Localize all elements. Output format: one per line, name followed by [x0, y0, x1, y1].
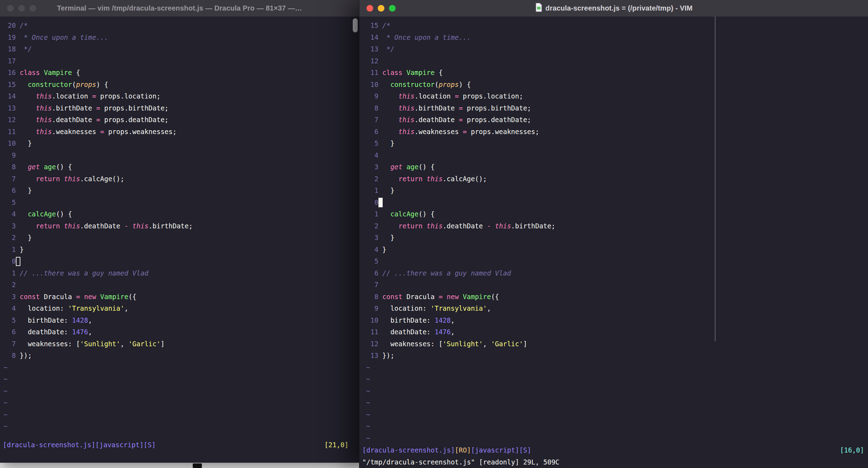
zoom-button[interactable]: [389, 5, 396, 12]
line-number: 8: [4, 161, 16, 173]
cursor-position: [21,0]: [324, 439, 356, 451]
code-line[interactable]: 6 this.weaknesses = props.weaknesses;: [366, 126, 868, 138]
code-line[interactable]: 0: [366, 197, 868, 209]
code-line[interactable]: 5: [366, 255, 868, 267]
code-line[interactable]: 15 constructor(props) {: [4, 79, 359, 91]
code-line[interactable]: 6 }: [4, 185, 359, 197]
code-line[interactable]: 10 }: [4, 138, 359, 150]
minimize-button[interactable]: [18, 5, 25, 12]
window-title: Terminal — vim /tmp/dracula-screenshot.j…: [0, 4, 359, 12]
code-line[interactable]: 12 this.deathDate = props.deathDate;: [4, 114, 359, 126]
code-line[interactable]: 13 this.birthDate = props.birthDate;: [4, 102, 359, 114]
statusline-segment: [javascript][S]: [471, 446, 531, 454]
line-number: 4: [4, 303, 16, 315]
code-line[interactable]: 4 calcAge() {: [4, 208, 359, 220]
vim-cursor: [378, 198, 383, 207]
tilde-row: ~: [4, 385, 359, 397]
code-line[interactable]: 4 location: 'Transylvania',: [4, 303, 359, 315]
code-line[interactable]: 5 }: [366, 138, 868, 150]
code-line[interactable]: 7 weaknesses: ['Sunlight', 'Garlic']: [4, 338, 359, 350]
vim-buffer[interactable]: 20/*19 * Once upon a time...18 */1716cla…: [0, 17, 359, 439]
tilde-row: ~: [366, 362, 868, 374]
line-number: 11: [366, 67, 378, 79]
line-number: 10: [4, 138, 16, 150]
code-line[interactable]: 1 }: [366, 185, 868, 197]
code-line[interactable]: 10 constructor(props) {: [366, 79, 868, 91]
code-line[interactable]: 2 return this.deathDate - this.birthDate…: [366, 220, 868, 232]
line-number: 8: [366, 291, 378, 303]
code-line[interactable]: 3 get age() {: [366, 161, 868, 173]
code-line[interactable]: 14 * Once upon a time...: [366, 32, 868, 44]
close-button[interactable]: [366, 5, 373, 12]
code-line[interactable]: 3 }: [366, 232, 868, 244]
line-number: 15: [4, 79, 16, 91]
code-line[interactable]: 2 return this.calcAge();: [366, 173, 868, 185]
code-line[interactable]: 2 }: [4, 232, 359, 244]
line-number: 7: [366, 279, 378, 291]
tilde-row: ~: [4, 420, 359, 432]
code-line[interactable]: 4: [366, 150, 868, 162]
code-line[interactable]: 13 */: [366, 43, 868, 55]
code-line[interactable]: 12: [366, 55, 868, 67]
code-line[interactable]: 14 this.location = props.location;: [4, 90, 359, 102]
code-line[interactable]: 6// ...there was a guy named Vlad: [366, 267, 868, 279]
code-line[interactable]: 7 this.deathDate = props.deathDate;: [366, 114, 868, 126]
code-line[interactable]: 11class Vampire {: [366, 67, 868, 79]
code-line[interactable]: 12 weaknesses: ['Sunlight', 'Garlic']: [366, 338, 868, 350]
line-number: 10: [366, 79, 378, 91]
code-line[interactable]: 3const Dracula = new Vampire({: [4, 291, 359, 303]
scrollbar-thumb[interactable]: [353, 18, 358, 32]
code-line[interactable]: 1}: [4, 244, 359, 256]
code-line[interactable]: 9 this.location = props.location;: [366, 90, 868, 102]
code-line[interactable]: 6 deathDate: 1476,: [4, 326, 359, 338]
code-line[interactable]: 1// ...there was a guy named Vlad: [4, 267, 359, 279]
code-line[interactable]: 8 get age() {: [4, 161, 359, 173]
code-line[interactable]: 5 birthDate: 1428,: [4, 315, 359, 327]
code-line[interactable]: 5: [4, 197, 359, 209]
code-line[interactable]: 13});: [366, 350, 868, 362]
tilde-row: ~: [4, 373, 359, 385]
line-number: 11: [366, 326, 378, 338]
scrollbar[interactable]: [715, 17, 716, 341]
code-line[interactable]: 15/*: [366, 20, 868, 32]
code-line[interactable]: 8const Dracula = new Vampire({: [366, 291, 868, 303]
code-line[interactable]: 9: [4, 150, 359, 162]
vim-buffer[interactable]: 15/*14 * Once upon a time...13 */1211cla…: [359, 17, 868, 444]
line-number: 2: [366, 220, 378, 232]
code-line[interactable]: 17: [4, 55, 359, 67]
vim-statusline: [dracula-screenshot.js][javascript][S] […: [0, 439, 359, 451]
line-number: 16: [4, 67, 16, 79]
terminal-window: Terminal — vim /tmp/dracula-screenshot.j…: [0, 0, 359, 463]
code-line[interactable]: 18 */: [4, 43, 359, 55]
code-line[interactable]: 7: [366, 279, 868, 291]
vim-cursor: [16, 257, 20, 266]
code-line[interactable]: 11 deathDate: 1476,: [366, 326, 868, 338]
code-line[interactable]: 16class Vampire {: [4, 67, 359, 79]
code-line[interactable]: 7 return this.calcAge();: [4, 173, 359, 185]
code-line[interactable]: 4}: [366, 244, 868, 256]
code-line[interactable]: 19 * Once upon a time...: [4, 32, 359, 44]
macvim-titlebar[interactable]: dracula-screenshot.js = (/private/tmp) -…: [359, 0, 868, 17]
line-number: 5: [366, 255, 378, 267]
close-button[interactable]: [7, 5, 14, 12]
terminal-titlebar[interactable]: Terminal — vim /tmp/dracula-screenshot.j…: [0, 0, 359, 17]
code-line[interactable]: 11 this.weaknesses = props.weaknesses;: [4, 126, 359, 138]
code-line[interactable]: 1 calcAge() {: [366, 208, 868, 220]
line-number: 7: [366, 114, 378, 126]
code-line[interactable]: 8});: [4, 350, 359, 362]
code-line[interactable]: 10 birthDate: 1428,: [366, 315, 868, 327]
line-number: 1: [366, 185, 378, 197]
tilde-row: ~: [366, 397, 868, 409]
code-line[interactable]: 9 location: 'Transylvania',: [366, 303, 868, 315]
zoom-button[interactable]: [30, 5, 36, 12]
code-line[interactable]: 0: [4, 255, 359, 267]
code-line[interactable]: 2: [4, 279, 359, 291]
tilde-row: ~: [366, 420, 868, 432]
code-line[interactable]: 3 return this.deathDate - this.birthDate…: [4, 220, 359, 232]
line-number: 4: [366, 150, 378, 162]
window-controls: [7, 0, 36, 17]
line-number: 1: [4, 244, 16, 256]
code-line[interactable]: 8 this.birthDate = props.birthDate;: [366, 102, 868, 114]
code-line[interactable]: 20/*: [4, 20, 359, 32]
minimize-button[interactable]: [378, 5, 384, 12]
